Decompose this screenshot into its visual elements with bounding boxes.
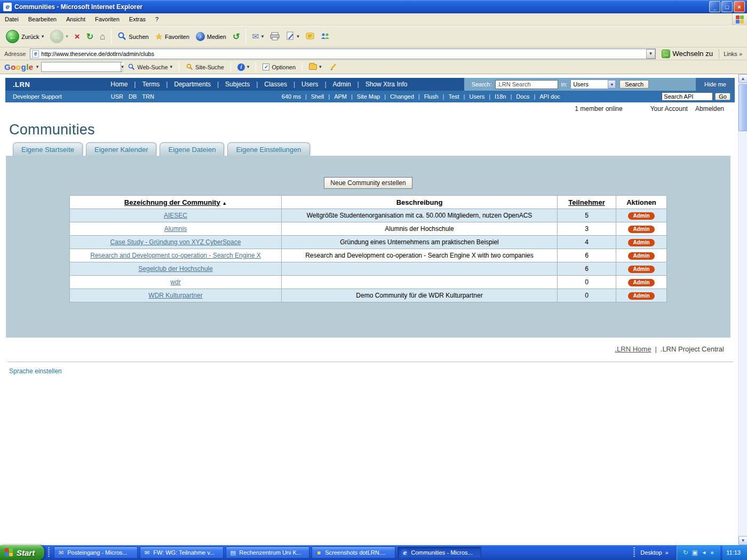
taskbar-item[interactable]: ■ Screenshots dotLRN.... [312,547,395,558]
admin-button[interactable]: Admin [628,292,654,300]
admin-button[interactable]: Admin [628,212,654,220]
community-link[interactable]: Segelclub der Hochschule [138,265,212,273]
lrn-logo[interactable]: .LRN [13,81,30,89]
taskbar-grip[interactable] [48,547,50,558]
tab[interactable]: Eigene Einstellungen [227,142,309,156]
admin-button[interactable]: Admin [628,226,654,233]
network-icon[interactable]: ● [710,549,714,556]
sort-by-name-link[interactable]: Bezeichnung der Community [124,198,220,206]
favorites-button[interactable]: ★ Favoriten [153,30,192,43]
updates-icon[interactable]: ↻ [683,549,688,556]
google-folder-button[interactable]: ▾ [306,62,324,71]
forward-button[interactable]: → ▾ [47,28,71,45]
community-link[interactable]: Alumnis [164,225,187,233]
dev-link[interactable]: Flush [416,93,441,100]
vertical-scrollbar[interactable]: ▲ ▼ [738,74,747,545]
nav-item[interactable]: Terms [131,81,163,88]
dev-link[interactable]: Users [462,93,487,100]
lrn-search-input[interactable] [495,80,558,89]
google-info-button[interactable]: i ▾ [235,62,252,73]
community-link[interactable]: Case Study - Gründung von XYZ CyberSpace [110,238,241,246]
go-button[interactable]: → Wechseln zu [658,49,716,59]
menu-item[interactable]: Bearbeiten [23,14,61,25]
community-link[interactable]: wdr [170,278,180,286]
desktop-chevron-icon[interactable]: » [665,549,669,556]
api-go-button[interactable]: Go [715,93,730,100]
lrn-project-central[interactable]: .LRN Project Central [661,345,724,353]
menu-item[interactable]: Ansicht [61,14,90,25]
google-highlighter-button[interactable] [327,61,340,73]
edit-button[interactable]: ▾ [283,29,302,44]
logout-link[interactable]: Abmelden [695,105,724,113]
dev-link[interactable]: I18n [487,93,508,100]
refresh-button[interactable]: ↻ [84,30,96,43]
nav-item[interactable]: Show Xtra Info [354,81,411,88]
scroll-down-button[interactable]: ▼ [738,536,747,545]
dev-link[interactable]: Test [441,93,462,100]
admin-button[interactable]: Admin [628,279,654,286]
nav-item[interactable]: Users [290,81,321,88]
links-toolbar[interactable]: Links » [719,49,744,59]
address-input[interactable] [41,51,644,57]
dev-link[interactable]: Site Map [349,93,382,100]
taskbar-item[interactable]: ✉ Posteingang - Micros... [54,547,138,558]
lrn-home-link[interactable]: .LRN Home [615,345,651,353]
google-logo-dropdown-icon[interactable]: ▾ [36,65,39,69]
menu-item[interactable]: Extras [124,14,150,25]
nav-item[interactable]: Admin [321,81,354,88]
links-chevron-icon[interactable]: » [739,51,742,57]
taskbar-item[interactable]: ✉ FW: WG: Teilnahme v... [140,547,224,558]
google-site-search-button[interactable]: Site-Suche [183,61,227,73]
tab[interactable]: Eigener Kalender [86,142,156,156]
scrollbar-thumb[interactable] [738,84,747,131]
tab[interactable]: Eigene Dateien [160,142,224,156]
search-button[interactable]: Suchen [115,29,151,44]
lrn-search-button[interactable]: Search [619,80,649,89]
nav-item[interactable]: Classes [253,81,290,88]
nav-item[interactable]: Departments [163,81,214,88]
hide-me-link[interactable]: Hide me [696,78,735,91]
display-icon[interactable]: ▣ [692,549,698,556]
minimize-button[interactable]: _ [709,1,720,12]
volume-icon[interactable]: ◄ [702,550,706,555]
print-button[interactable] [267,30,282,44]
sort-by-members-link[interactable]: Teilnehmer [568,198,605,206]
dev-link[interactable]: APM [326,93,349,100]
stop-button[interactable]: × [72,30,83,43]
language-link[interactable]: Sprache einstellen [9,367,62,375]
dev-flag[interactable]: DB [129,93,137,100]
history-button[interactable]: ↺ [230,30,242,43]
close-button[interactable]: × [734,1,745,12]
menu-item[interactable]: Favoriten [90,14,124,25]
restore-button[interactable]: □ [721,1,733,12]
community-link[interactable]: Research and Development co-operation - … [90,252,261,259]
taskbar-item[interactable]: e Communities - Micros... [398,547,481,558]
google-web-search-button[interactable]: Web-Suche ▾ [125,61,175,73]
home-button[interactable]: ⌂ [97,30,108,43]
menu-item[interactable]: Datei [0,14,23,25]
community-link[interactable]: AIESEC [164,212,187,219]
nav-item[interactable]: Home [107,81,131,88]
google-options-button[interactable]: ✓ Optionen [260,62,298,72]
back-button[interactable]: ← Zurück ▾ [3,28,46,45]
admin-button[interactable]: Admin [628,239,654,246]
tab[interactable]: Eigene Startseite [13,142,83,156]
nav-item[interactable]: Subjects [214,81,253,88]
address-dropdown-icon[interactable]: ▾ [646,49,655,59]
admin-button[interactable]: Admin [628,266,654,273]
taskbar-item[interactable]: ▤ Rechenzentrum Uni K... [226,547,309,558]
messenger-button[interactable] [318,30,332,44]
scope-select[interactable]: Users ▼ [570,79,616,89]
admin-button[interactable]: Admin [628,252,654,260]
your-account-link[interactable]: Your Account [650,105,688,113]
google-search-input[interactable] [42,64,121,70]
start-button[interactable]: Start [0,545,44,560]
mail-button[interactable]: ✉ ▾ [249,30,266,43]
dev-link[interactable]: 640 ms [280,93,303,100]
dev-link[interactable]: API doc [531,93,562,100]
dev-link[interactable]: Docs [508,93,531,100]
dev-flag[interactable]: TRN [142,93,154,100]
dev-link[interactable]: Changed [382,93,416,100]
create-community-button[interactable]: Neue Community erstellen [324,177,412,189]
dev-link[interactable]: Shell [303,93,326,100]
